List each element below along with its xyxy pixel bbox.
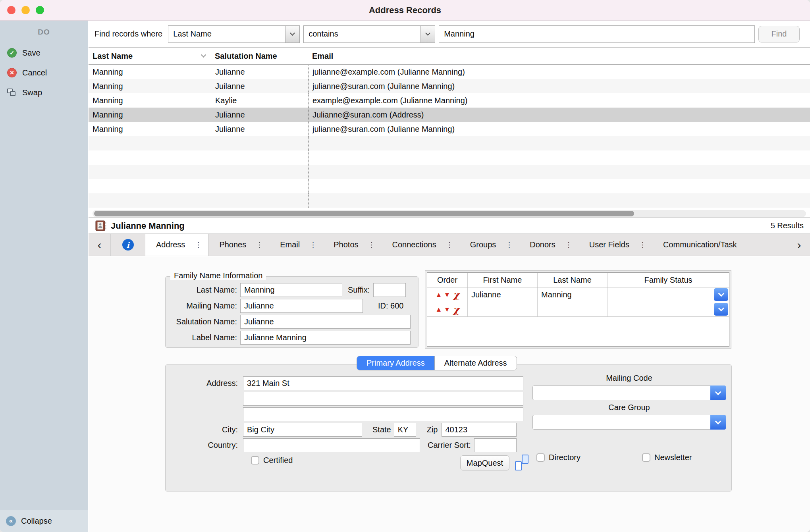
member-family-status[interactable] bbox=[608, 302, 729, 316]
city-input[interactable] bbox=[243, 423, 362, 437]
primary-address-tab[interactable]: Primary Address bbox=[357, 356, 434, 370]
window-title: Address Records bbox=[0, 0, 810, 21]
carrier-sort-input[interactable] bbox=[474, 438, 517, 452]
care-group-chevron-icon bbox=[710, 415, 726, 430]
address-line3-input[interactable] bbox=[243, 407, 523, 421]
tab-handle-icon: ⋮ bbox=[446, 240, 453, 249]
family-name-info-box: Family Name Information Last Name: Suffi… bbox=[165, 276, 418, 348]
tab-handle-icon: ⋮ bbox=[565, 240, 573, 249]
label-name-input[interactable] bbox=[240, 331, 411, 345]
collapse-label: Collapse bbox=[21, 517, 52, 526]
result-row-2[interactable]: Manning Juilanne julianne@suran.com (Jui… bbox=[89, 79, 810, 93]
zip-label: Zip bbox=[427, 425, 438, 434]
find-operator-chevron-icon bbox=[420, 26, 435, 42]
care-group-select[interactable] bbox=[532, 415, 726, 430]
tab-email[interactable]: Email⋮ bbox=[269, 234, 323, 256]
move-down-button[interactable]: ▼ bbox=[444, 306, 450, 313]
horizontal-scrollbar-thumb[interactable] bbox=[94, 211, 634, 216]
tab-groups[interactable]: Groups⋮ bbox=[459, 234, 519, 256]
tab-user-fields[interactable]: User Fields⋮ bbox=[579, 234, 652, 256]
result-row-4-selected[interactable]: Manning Julianne Julianne@suran.com (Add… bbox=[89, 108, 810, 122]
primary-address-box: Address: City: State bbox=[165, 364, 732, 492]
city-label: City: bbox=[166, 425, 243, 434]
remove-member-button[interactable]: χ bbox=[453, 290, 459, 299]
cancel-x-icon: ✕ bbox=[7, 68, 17, 77]
tab-donors[interactable]: Donors⋮ bbox=[519, 234, 578, 256]
search-input[interactable] bbox=[439, 25, 755, 43]
member-first-name[interactable] bbox=[468, 302, 538, 316]
remove-member-button[interactable]: χ bbox=[453, 305, 459, 314]
tab-connections[interactable]: Connections⋮ bbox=[382, 234, 459, 256]
mailing-code-select[interactable] bbox=[532, 386, 726, 400]
directory-checkbox[interactable] bbox=[536, 453, 545, 462]
copy-address-icon[interactable] bbox=[515, 455, 528, 470]
mapquest-button[interactable]: MapQuest bbox=[460, 455, 509, 470]
info-tab[interactable]: i bbox=[111, 234, 145, 256]
column-header-salutation[interactable]: Salutation Name bbox=[211, 48, 308, 64]
tab-handle-icon: ⋮ bbox=[309, 240, 317, 249]
empty-row bbox=[89, 136, 810, 150]
family-status-dropdown-button[interactable] bbox=[714, 288, 728, 301]
find-label: Find records where bbox=[94, 29, 162, 39]
mailing-name-input[interactable] bbox=[240, 299, 363, 313]
horizontal-scrollbar[interactable] bbox=[93, 210, 806, 217]
last-name-label: Last Name: bbox=[166, 285, 240, 295]
zip-input[interactable] bbox=[442, 423, 517, 437]
tab-phones[interactable]: Phones⋮ bbox=[208, 234, 269, 256]
tabs-scroll-left-button[interactable]: ‹ bbox=[89, 234, 111, 256]
record-name: Julianne Manning bbox=[111, 221, 185, 231]
column-header-last-name[interactable]: Last Name bbox=[89, 48, 211, 64]
swap-button[interactable]: Swap bbox=[0, 83, 88, 102]
address-line1-input[interactable] bbox=[243, 376, 523, 390]
minimize-window-button[interactable] bbox=[21, 6, 30, 14]
tab-address[interactable]: Address⋮ bbox=[145, 234, 208, 256]
collapse-button[interactable]: « Collapse bbox=[0, 510, 88, 532]
zoom-window-button[interactable] bbox=[36, 6, 44, 14]
state-label: State bbox=[372, 425, 391, 434]
state-input[interactable] bbox=[394, 423, 416, 437]
result-row-3[interactable]: Manning Kaylie example@example.com (Juli… bbox=[89, 93, 810, 108]
save-button[interactable]: ✓ Save bbox=[0, 43, 88, 63]
country-input[interactable] bbox=[243, 438, 420, 452]
family-status-dropdown-button[interactable] bbox=[714, 303, 728, 316]
alternate-address-tab[interactable]: Alternate Address bbox=[434, 356, 517, 370]
empty-row bbox=[89, 193, 810, 208]
close-window-button[interactable] bbox=[7, 6, 15, 14]
find-button[interactable]: Find bbox=[758, 26, 800, 42]
tabs-scroll-right-button[interactable]: › bbox=[788, 234, 810, 256]
address-label: Address: bbox=[166, 379, 243, 388]
newsletter-checkbox[interactable] bbox=[642, 453, 650, 462]
last-name-input[interactable] bbox=[240, 283, 342, 297]
tab-communication-task[interactable]: Communication/Task bbox=[652, 234, 743, 256]
member-last-name[interactable] bbox=[538, 302, 608, 316]
column-header-email[interactable]: Email bbox=[308, 48, 810, 64]
tab-photos[interactable]: Photos⋮ bbox=[323, 234, 381, 256]
empty-row bbox=[89, 179, 810, 193]
find-field-select[interactable]: Last Name bbox=[168, 25, 300, 43]
suffix-input[interactable] bbox=[373, 283, 406, 297]
cancel-button[interactable]: ✕ Cancel bbox=[0, 63, 88, 83]
move-up-button[interactable]: ▲ bbox=[436, 306, 442, 313]
results-count: 5 Results bbox=[771, 221, 804, 230]
member-family-status[interactable] bbox=[608, 287, 729, 302]
address-tab-switcher: Primary Address Alternate Address bbox=[357, 356, 517, 370]
certified-checkbox[interactable] bbox=[251, 456, 259, 465]
family-members-table: Order First Name Last Name Family Status… bbox=[425, 270, 731, 349]
member-first-name[interactable]: Julianne bbox=[468, 287, 538, 302]
members-column-family-status: Family Status bbox=[608, 273, 729, 287]
member-last-name[interactable]: Manning bbox=[538, 287, 608, 302]
address-line2-input[interactable] bbox=[243, 392, 523, 406]
result-row-1[interactable]: Manning Julianne julianne@example.com (J… bbox=[89, 65, 810, 79]
move-down-button[interactable]: ▼ bbox=[444, 291, 450, 298]
label-name-label: Label Name: bbox=[166, 333, 240, 342]
carrier-sort-label: Carrier Sort: bbox=[428, 441, 471, 450]
move-up-button[interactable]: ▲ bbox=[436, 291, 442, 298]
member-row-1: ▲ ▼ χ Julianne Manning bbox=[427, 287, 729, 302]
care-group-label: Care Group bbox=[532, 403, 726, 412]
find-operator-select[interactable]: contains bbox=[303, 25, 435, 43]
collapse-chevron-icon: « bbox=[6, 516, 16, 526]
result-row-5[interactable]: Manning Julianne julianne@suran.com (Jul… bbox=[89, 122, 810, 136]
main-panel: Find records where Last Name contains Fi… bbox=[89, 21, 810, 532]
find-field-chevron-icon bbox=[285, 26, 299, 42]
salutation-name-input[interactable] bbox=[240, 315, 411, 329]
